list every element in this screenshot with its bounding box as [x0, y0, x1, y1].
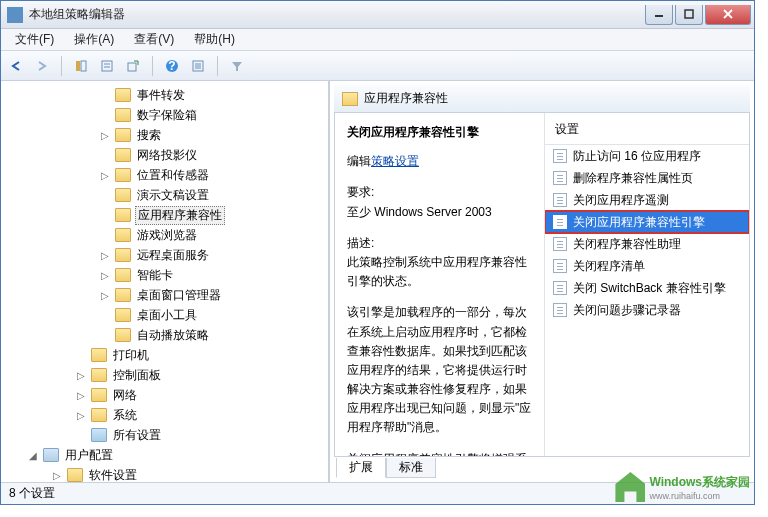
content: 关闭应用程序兼容性引擎 编辑策略设置 要求: 至少 Windows Server…	[334, 113, 750, 456]
expand-icon[interactable]: ▷	[99, 130, 111, 141]
tree-item-label: 所有设置	[111, 427, 163, 444]
tree-item[interactable]: ▷网络	[3, 385, 326, 405]
tree-item[interactable]: 演示文稿设置	[3, 185, 326, 205]
tree-item[interactable]: ▷位置和传感器	[3, 165, 326, 185]
properties-button[interactable]	[96, 55, 118, 77]
toolbar-separator	[61, 56, 62, 76]
tree-item-label: 事件转发	[135, 87, 187, 104]
menu-action[interactable]: 操作(A)	[64, 29, 124, 50]
close-button[interactable]	[705, 5, 751, 25]
folder-icon	[115, 288, 131, 302]
toolbar-separator	[152, 56, 153, 76]
detail-pane: 应用程序兼容性 关闭应用程序兼容性引擎 编辑策略设置 要求: 至少 Window…	[329, 81, 754, 482]
window-title: 本地组策略编辑器	[29, 6, 644, 23]
status-text: 8 个设置	[9, 485, 55, 502]
tree-item-label: 演示文稿设置	[135, 187, 211, 204]
expand-icon[interactable]: ▷	[99, 170, 111, 181]
expand-icon[interactable]: ▷	[51, 470, 63, 481]
tree-item-label: 系统	[111, 407, 139, 424]
filter-button[interactable]	[226, 55, 248, 77]
folder-icon	[91, 368, 107, 382]
setting-label: 关闭程序清单	[573, 258, 645, 275]
setting-row[interactable]: 关闭程序兼容性助理	[545, 233, 749, 255]
tree-item-label: 打印机	[111, 347, 151, 364]
folder-icon	[91, 388, 107, 402]
tree-item[interactable]: ▷软件设置	[3, 465, 326, 482]
tree-item[interactable]: 事件转发	[3, 85, 326, 105]
maximize-button[interactable]	[675, 5, 703, 25]
tree-item[interactable]: 应用程序兼容性	[3, 205, 326, 225]
tree-item-label: 网络	[111, 387, 139, 404]
menu-help[interactable]: 帮助(H)	[184, 29, 245, 50]
tree-item-label: 桌面窗口管理器	[135, 287, 223, 304]
tree-item[interactable]: 游戏浏览器	[3, 225, 326, 245]
back-button[interactable]	[5, 55, 27, 77]
folder-icon	[91, 408, 107, 422]
settings-list[interactable]: 设置 防止访问 16 位应用程序删除程序兼容性属性页关闭应用程序遥测关闭应用程序…	[545, 113, 749, 456]
tree-item[interactable]: ▷远程桌面服务	[3, 245, 326, 265]
requirement-value: 至少 Windows Server 2003	[347, 203, 532, 222]
settings-header[interactable]: 设置	[545, 113, 749, 145]
edit-policy-link[interactable]: 策略设置	[371, 154, 419, 168]
setting-row[interactable]: 关闭程序清单	[545, 255, 749, 277]
expand-icon[interactable]: ▷	[75, 370, 87, 381]
tree-item[interactable]: ▷搜索	[3, 125, 326, 145]
tree-item-label: 智能卡	[135, 267, 175, 284]
tab-extended[interactable]: 扩展	[336, 458, 386, 478]
policy-icon	[553, 193, 567, 207]
policy-icon	[553, 237, 567, 251]
policy-icon	[553, 303, 567, 317]
setting-row[interactable]: 关闭问题步骤记录器	[545, 299, 749, 321]
tree-pane[interactable]: 事件转发数字保险箱▷搜索网络投影仪▷位置和传感器演示文稿设置应用程序兼容性游戏浏…	[1, 81, 329, 482]
tab-strip: 扩展 标准	[334, 456, 750, 478]
folder-icon	[115, 108, 131, 122]
folder-icon	[115, 208, 131, 222]
tree-item[interactable]: 打印机	[3, 345, 326, 365]
description-label: 描述:	[347, 234, 532, 253]
expand-icon[interactable]: ▷	[99, 250, 111, 261]
expand-icon[interactable]: ▷	[99, 270, 111, 281]
setting-label: 防止访问 16 位应用程序	[573, 148, 701, 165]
folder-icon	[67, 468, 83, 482]
minimize-button[interactable]	[645, 5, 673, 25]
menu-file[interactable]: 文件(F)	[5, 29, 64, 50]
setting-label: 关闭 SwitchBack 兼容性引擎	[573, 280, 726, 297]
tree-item[interactable]: ▷系统	[3, 405, 326, 425]
folder-icon	[115, 248, 131, 262]
tree-item[interactable]: 网络投影仪	[3, 145, 326, 165]
expand-icon[interactable]: ◢	[27, 450, 39, 461]
tree-item[interactable]: 桌面小工具	[3, 305, 326, 325]
tree-item-label: 桌面小工具	[135, 307, 199, 324]
tree-item[interactable]: 数字保险箱	[3, 105, 326, 125]
setting-row[interactable]: 关闭应用程序兼容性引擎	[545, 211, 749, 233]
help-button[interactable]: ?	[161, 55, 183, 77]
menu-view[interactable]: 查看(V)	[124, 29, 184, 50]
setting-row[interactable]: 防止访问 16 位应用程序	[545, 145, 749, 167]
tree-item[interactable]: ▷桌面窗口管理器	[3, 285, 326, 305]
setting-row[interactable]: 关闭 SwitchBack 兼容性引擎	[545, 277, 749, 299]
expand-icon[interactable]: ▷	[99, 290, 111, 301]
expand-icon[interactable]: ▷	[75, 390, 87, 401]
tab-standard[interactable]: 标准	[386, 458, 436, 478]
tree-item[interactable]: ▷智能卡	[3, 265, 326, 285]
tree-item[interactable]: 自动播放策略	[3, 325, 326, 345]
expand-icon[interactable]: ▷	[75, 410, 87, 421]
show-tree-button[interactable]	[70, 55, 92, 77]
tree-item[interactable]: 所有设置	[3, 425, 326, 445]
tree-item-label: 搜索	[135, 127, 163, 144]
app-icon	[7, 7, 23, 23]
folder-icon	[115, 148, 131, 162]
setting-row[interactable]: 关闭应用程序遥测	[545, 189, 749, 211]
tree-item[interactable]: ▷控制面板	[3, 365, 326, 385]
list-button[interactable]	[187, 55, 209, 77]
menu-bar: 文件(F) 操作(A) 查看(V) 帮助(H)	[1, 29, 754, 51]
tree-item[interactable]: ◢用户配置	[3, 445, 326, 465]
toolbar-separator	[217, 56, 218, 76]
description-text: 该引擎是加载程序的一部分，每次在系统上启动应用程序时，它都检查兼容性数据库。如果…	[347, 303, 532, 437]
svg-rect-9	[128, 63, 136, 71]
svg-rect-6	[102, 61, 112, 71]
setting-row[interactable]: 删除程序兼容性属性页	[545, 167, 749, 189]
setting-label: 删除程序兼容性属性页	[573, 170, 693, 187]
policy-icon	[553, 215, 567, 229]
export-button[interactable]	[122, 55, 144, 77]
